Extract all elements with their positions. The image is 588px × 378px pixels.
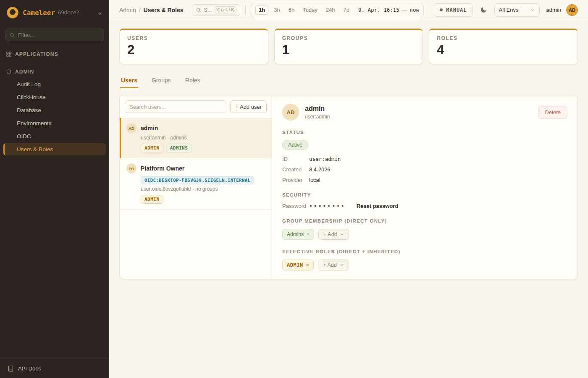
search-users-input[interactable] xyxy=(125,100,226,113)
breadcrumb-admin[interactable]: Admin xyxy=(119,7,136,13)
time-range-dash: — xyxy=(402,7,407,13)
stat-value: 2 xyxy=(127,42,260,58)
time-range-6h[interactable]: 6h xyxy=(286,5,297,14)
time-range-7d[interactable]: 7d xyxy=(341,5,352,14)
field-created: Created 8.4.2026 xyxy=(282,166,567,173)
oidc-badge-row: OIDC:DESKTOP-FB5VGJ9.SIEGELN.INTERNAL xyxy=(141,176,266,184)
add-user-button[interactable]: + Add user xyxy=(230,100,267,113)
time-range-end[interactable]: now xyxy=(410,7,419,13)
sidebar-item-database[interactable]: Database xyxy=(3,104,106,116)
sidebar-collapse-button[interactable]: « xyxy=(97,8,103,17)
effective-roles-section-label: EFFECTIVE ROLES (DIRECT + INHERITED) xyxy=(282,249,567,254)
user-item-name: Platform Owner xyxy=(141,165,184,172)
add-group-label: + Add xyxy=(323,231,337,237)
user-item-header: AD admin xyxy=(126,123,266,133)
sidebar-section-admin[interactable]: ADMIN xyxy=(0,65,109,78)
api-docs-link[interactable]: API Docs xyxy=(0,359,109,378)
user-item-meta: user:admin · Admins xyxy=(141,135,266,141)
password-masked-value: •••••••• xyxy=(309,203,346,209)
sidebar-filter-box xyxy=(5,29,104,41)
add-group-button[interactable]: + Add xyxy=(318,229,349,240)
stat-label: ROLES xyxy=(437,35,570,41)
sidebar-item-environments[interactable]: Environments xyxy=(3,117,106,129)
chevron-down-icon xyxy=(530,8,535,13)
password-row: Password •••••••• Reset password xyxy=(282,203,567,209)
global-search-button[interactable]: S... Ctrl+K xyxy=(192,4,241,16)
page-content: USERS 2 GROUPS 1 ROLES 4 Users Groups Ro… xyxy=(109,20,588,378)
user-item-header: PO Platform Owner xyxy=(126,163,266,173)
sidebar-filter-input[interactable] xyxy=(18,32,100,38)
refresh-status-dot xyxy=(440,8,443,11)
role-badge-admin: ADMIN xyxy=(141,195,163,204)
avatar: PO xyxy=(126,163,136,173)
environment-selected-value: All Envs xyxy=(499,7,519,13)
add-role-button[interactable]: + Add xyxy=(318,260,349,270)
sidebar-item-oidc[interactable]: OIDC xyxy=(3,130,106,142)
reset-password-link[interactable]: Reset password xyxy=(357,203,399,209)
field-provider: Provider local xyxy=(282,177,567,183)
group-chip-admins: Admins × xyxy=(282,229,314,240)
refresh-mode-button[interactable]: MANUAL xyxy=(434,3,472,17)
topbar-divider xyxy=(245,5,246,15)
remove-role-icon[interactable]: × xyxy=(306,262,310,268)
password-label: Password xyxy=(282,203,309,209)
user-item-badges: ADMIN xyxy=(141,195,266,204)
user-item-name: admin xyxy=(141,125,158,131)
time-range-3h[interactable]: 3h xyxy=(271,5,283,14)
field-value: local xyxy=(309,177,320,183)
dark-mode-toggle[interactable] xyxy=(478,4,489,16)
user-list-item-platform-owner[interactable]: PO Platform Owner OIDC:DESKTOP-FB5VGJ9.S… xyxy=(120,158,272,210)
detail-identity: admin user:admin xyxy=(305,105,330,120)
time-range-start[interactable]: 9. Apr. 16:15 xyxy=(358,7,399,13)
field-value: user:admin xyxy=(309,156,341,162)
environment-select[interactable]: All Envs xyxy=(494,3,540,17)
time-range-1h[interactable]: 1h xyxy=(255,5,268,15)
search-shortcut-kbd: Ctrl+K xyxy=(215,6,236,13)
remove-group-icon[interactable]: × xyxy=(307,231,310,237)
tab-groups[interactable]: Groups xyxy=(151,74,172,88)
role-badge-admin: ADMIN xyxy=(141,144,163,152)
sidebar-nav: Audit Log ClickHouse Database Environmen… xyxy=(0,78,109,155)
field-label: ID xyxy=(282,156,309,162)
app-logo-icon xyxy=(7,7,18,18)
stat-card-groups[interactable]: GROUPS 1 xyxy=(274,29,423,64)
sidebar-section-applications[interactable]: APPLICATIONS xyxy=(0,47,109,60)
sidebar-filter-wrap xyxy=(0,24,109,47)
stat-label: GROUPS xyxy=(282,35,415,41)
user-detail-pane: AD admin user:admin Delete STATUS Active xyxy=(272,95,578,279)
delete-user-button[interactable]: Delete xyxy=(538,106,567,119)
sidebar-item-audit-log[interactable]: Audit Log xyxy=(3,78,106,90)
stat-cards: USERS 2 GROUPS 1 ROLES 4 xyxy=(119,29,578,64)
section-label: ADMIN xyxy=(15,69,34,75)
current-user-name: admin xyxy=(546,7,561,13)
stat-label: USERS xyxy=(127,35,260,41)
effective-roles-row: ADMIN × + Add xyxy=(282,260,567,270)
search-icon xyxy=(196,7,201,13)
time-range-24h[interactable]: 24h xyxy=(323,5,338,14)
grid-icon xyxy=(6,51,12,57)
oidc-issuer-badge: OIDC:DESKTOP-FB5VGJ9.SIEGELN.INTERNAL xyxy=(141,176,254,184)
tab-bar: Users Groups Roles xyxy=(120,74,577,88)
sidebar-item-users-roles[interactable]: Users & Roles xyxy=(3,143,106,155)
field-label: Created xyxy=(282,166,309,173)
stat-value: 1 xyxy=(282,42,415,58)
user-list-item-admin[interactable]: AD admin user:admin · Admins ADMIN ADMIN… xyxy=(120,118,272,158)
tab-roles[interactable]: Roles xyxy=(184,74,201,88)
detail-fields: ID user:admin Created 8.4.2026 Provider … xyxy=(282,156,567,183)
stat-card-roles[interactable]: ROLES 4 xyxy=(429,29,578,64)
stat-card-users[interactable]: USERS 2 xyxy=(119,29,268,64)
user-item-body: user:admin · Admins ADMIN ADMINS xyxy=(141,135,266,152)
sidebar-header: Cameleer 69dcce2 « xyxy=(0,0,109,24)
role-chip-admin: ADMIN × xyxy=(282,260,314,270)
status-row: Active xyxy=(282,140,567,150)
user-avatar[interactable]: AD xyxy=(566,4,578,16)
time-range-today[interactable]: Today xyxy=(300,5,320,14)
sidebar-item-clickhouse[interactable]: ClickHouse xyxy=(3,91,106,103)
tab-users[interactable]: Users xyxy=(120,74,138,88)
breadcrumb-current: Users & Roles xyxy=(144,7,184,13)
detail-header: AD admin user:admin Delete xyxy=(282,104,567,121)
user-list-pane: + Add user AD admin user:admin · Admins … xyxy=(120,95,272,279)
stat-value: 4 xyxy=(437,42,570,58)
group-membership-section-label: GROUP MEMBERSHIP (DIRECT ONLY) xyxy=(282,218,567,223)
app-logo-text: Cameleer xyxy=(23,9,55,17)
